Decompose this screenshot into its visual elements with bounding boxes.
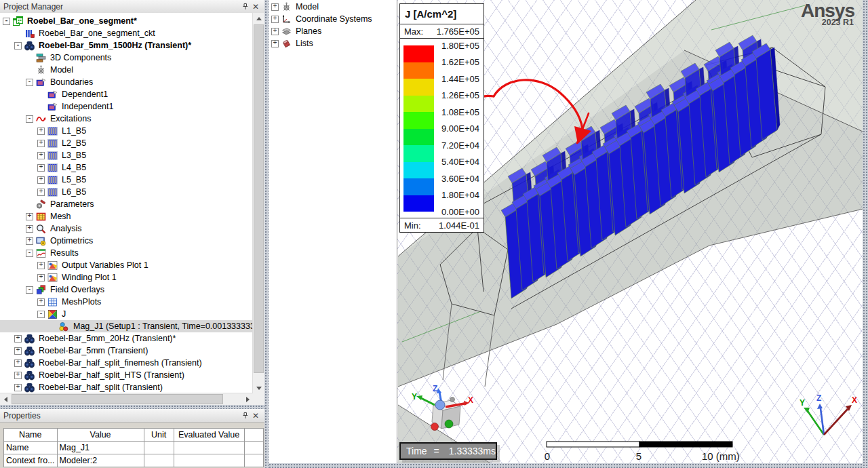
modeler-3d-viewport[interactable]: Y Z X Y Z X 0 5 10 ( <box>397 0 863 463</box>
expand-toggle-icon[interactable]: + <box>37 176 45 184</box>
tree-item[interactable]: -Excitations <box>0 113 253 125</box>
properties-cell[interactable] <box>144 442 174 454</box>
expand-toggle-icon[interactable]: + <box>37 262 45 269</box>
expand-toggle-icon[interactable]: + <box>26 225 33 233</box>
properties-cell[interactable]: Name <box>4 442 58 454</box>
meshplot-icon <box>47 297 58 307</box>
tree-item[interactable]: +Lists <box>269 37 397 50</box>
properties-cell[interactable]: Mag_J1 <box>57 442 144 454</box>
design-icon <box>24 370 35 381</box>
expand-toggle-icon[interactable]: - <box>37 311 45 318</box>
properties-cell[interactable] <box>244 454 263 467</box>
expand-toggle-icon[interactable]: - <box>14 42 22 50</box>
expand-toggle-icon[interactable]: + <box>37 152 45 159</box>
expand-toggle-icon[interactable]: + <box>271 40 279 47</box>
expand-toggle-icon[interactable]: - <box>3 18 10 25</box>
tree-item[interactable]: +L3_B5 <box>0 149 253 161</box>
tree-item[interactable]: -J <box>0 308 253 320</box>
expand-toggle-icon[interactable]: + <box>37 128 45 135</box>
expand-toggle-icon[interactable]: + <box>271 16 279 23</box>
properties-cell[interactable]: Context fro... <box>4 454 58 467</box>
properties-row[interactable]: NameMag_J1 <box>4 442 264 454</box>
expand-toggle-icon[interactable]: + <box>26 213 33 220</box>
properties-cell[interactable] <box>174 442 244 454</box>
tree-item[interactable]: +Winding Plot 1 <box>0 271 253 284</box>
tree-item-label: Model <box>49 65 75 75</box>
expand-toggle-icon[interactable]: + <box>37 274 45 281</box>
expand-toggle-icon[interactable]: + <box>14 384 22 391</box>
project-manager-panel: Project Manager ✕ -Roebel_Bar_one_segmen… <box>0 0 264 405</box>
properties-cell[interactable]: Modeler:2 <box>57 454 144 467</box>
bottom-splitter[interactable] <box>269 463 863 468</box>
pin-icon[interactable] <box>239 411 250 421</box>
expand-toggle-icon[interactable]: + <box>14 359 22 367</box>
tree-item[interactable]: +L1_B5 <box>0 125 253 137</box>
scroll-down-icon[interactable] <box>253 383 264 393</box>
properties-cell[interactable] <box>174 454 244 467</box>
right-splitter[interactable] <box>863 0 868 468</box>
tree-item[interactable]: +L4_B5 <box>0 161 253 174</box>
boundaries-icon <box>47 102 58 112</box>
expand-toggle-icon[interactable]: + <box>14 335 22 343</box>
tree-item-label: 3D Components <box>49 53 113 62</box>
close-icon[interactable]: ✕ <box>250 411 261 421</box>
scrollbar-thumb[interactable] <box>12 394 223 404</box>
expand-toggle-icon[interactable]: + <box>271 28 279 35</box>
tree-item[interactable]: +Optimetrics <box>0 235 253 247</box>
results-icon <box>36 248 46 258</box>
tree-item[interactable]: -Roebel-Bar_5mm_1500Hz (Transient)* <box>0 39 253 52</box>
tree-item[interactable]: +Output Variables Plot 1 <box>0 259 253 271</box>
tree-item[interactable]: -Results <box>0 247 253 259</box>
tree-item[interactable]: +Roebel-Bar_5mm (Transient) <box>0 345 253 357</box>
tree-item[interactable]: -Boundaries <box>0 76 253 88</box>
tree-item[interactable]: +MeshPlots <box>0 296 253 308</box>
expand-toggle-icon[interactable]: + <box>37 298 45 306</box>
scrollbar-thumb[interactable] <box>254 24 264 373</box>
coil-icon <box>47 187 58 197</box>
properties-cell[interactable] <box>144 454 174 467</box>
tree-item[interactable]: +Model <box>269 1 397 13</box>
tree-item[interactable]: +Roebel-Bar_5mm_20Hz (Transient)* <box>0 332 253 345</box>
tree-item[interactable]: +L5_B5 <box>0 174 253 186</box>
ansys-electronics-desktop-window: Project Manager ✕ -Roebel_Bar_one_segmen… <box>0 0 868 468</box>
tree-item[interactable]: +Roebel-Bar_half_split (Transient) <box>0 381 253 393</box>
expand-toggle-icon[interactable]: + <box>37 164 45 172</box>
expand-toggle-icon[interactable]: + <box>26 237 33 245</box>
tree-item[interactable]: Mag_J1 (Setup1 : Transient, Time=0.00133… <box>0 320 253 332</box>
close-icon[interactable]: ✕ <box>250 2 261 12</box>
tree-item[interactable]: +L2_B5 <box>0 137 253 149</box>
scroll-up-icon[interactable] <box>253 13 264 24</box>
expand-toggle-icon[interactable]: + <box>14 347 22 355</box>
expand-toggle-icon[interactable]: - <box>26 250 33 257</box>
tree-item[interactable]: Dependent1 <box>0 88 253 100</box>
tree-item[interactable]: +Roebel-Bar_half_split_finemesh (Transie… <box>0 357 253 369</box>
expand-toggle-icon[interactable]: - <box>26 286 33 294</box>
horizontal-scrollbar[interactable] <box>0 393 253 405</box>
expand-toggle-icon[interactable]: + <box>37 140 45 147</box>
tree-item[interactable]: -Roebel_Bar_one_segment* <box>0 15 253 27</box>
expand-toggle-icon[interactable]: + <box>37 189 45 196</box>
pin-icon[interactable] <box>239 2 250 12</box>
vertical-scrollbar[interactable] <box>252 13 264 393</box>
scroll-right-icon[interactable] <box>242 393 253 405</box>
tree-item[interactable]: +Roebel-Bar_half_split_HTS (Transient) <box>0 369 253 381</box>
tree-item[interactable]: -Field Overlays <box>0 284 253 296</box>
tree-item[interactable]: Model <box>0 64 253 76</box>
tree-item[interactable]: +L6_B5 <box>0 186 253 198</box>
scroll-left-icon[interactable] <box>0 393 11 405</box>
expand-toggle-icon[interactable]: + <box>271 3 279 11</box>
tree-item[interactable]: Parameters <box>0 198 253 210</box>
cube-x-axis-label: X <box>468 395 473 405</box>
tree-item[interactable]: +Analysis <box>0 222 253 235</box>
expand-toggle-icon[interactable]: - <box>26 79 33 86</box>
properties-row[interactable]: Context fro...Modeler:2 <box>4 454 264 467</box>
tree-item[interactable]: +Planes <box>269 25 397 37</box>
properties-cell[interactable] <box>244 442 263 454</box>
tree-item[interactable]: +Coordinate Systems <box>269 13 397 25</box>
expand-toggle-icon[interactable]: - <box>26 115 33 123</box>
tree-item[interactable]: Independent1 <box>0 100 253 113</box>
tree-item[interactable]: 3D Components <box>0 52 253 64</box>
tree-item[interactable]: +Mesh <box>0 210 253 222</box>
expand-toggle-icon[interactable]: + <box>14 372 22 379</box>
tree-item[interactable]: Roebel_Bar_one_segment_ckt <box>0 27 253 39</box>
